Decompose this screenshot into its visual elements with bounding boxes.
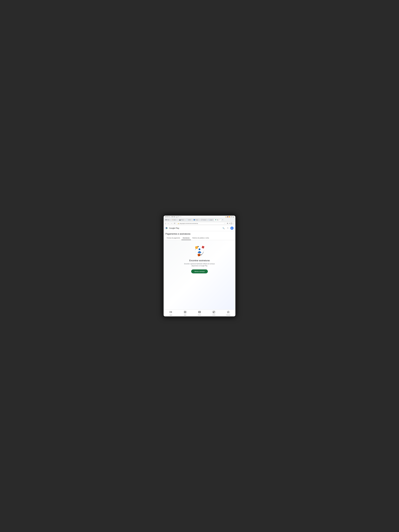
tab-google-icon: G (209, 219, 209, 221)
jogos-icon (169, 311, 172, 314)
download-button[interactable]: ⬇ (227, 223, 228, 224)
tab-pesqui[interactable]: 🔵 Pesqui... (192, 219, 200, 221)
bottom-nav-apps[interactable]: Apps (178, 310, 192, 317)
status-date: ter., 2 de mai. (169, 216, 176, 217)
tab-assinaturas[interactable]: Assinaturas (181, 236, 191, 240)
apps-label: Apps (184, 314, 186, 316)
apps-icon (184, 311, 186, 314)
tab-palato-label: Palato (167, 219, 170, 220)
battery-icon: ▬ (233, 216, 234, 217)
tab-exames-icon: 💬 (201, 219, 203, 221)
tab-exames-label: Exames (203, 219, 206, 220)
tab-scielo-label: SciELO (188, 219, 191, 220)
status-left: 09:59 ter., 2 de mai. ☁ ● ✓ • (165, 216, 181, 217)
svg-rect-15 (185, 311, 186, 312)
svg-point-8 (199, 248, 200, 250)
forward-button[interactable]: → (170, 222, 173, 225)
user-avatar[interactable]: E (230, 227, 234, 230)
filmes-icon (198, 311, 201, 314)
svg-rect-16 (184, 312, 185, 313)
tab-scielo-icon: 📄 (186, 219, 188, 221)
lock-url-icon: 🔒 (177, 223, 179, 224)
home-button[interactable]: ⌂ (165, 222, 166, 225)
bottom-nav-criancas[interactable]: Crianças (221, 310, 235, 317)
tab-casa[interactable]: ★ Casa L... (171, 219, 178, 221)
new-tab-button[interactable]: + (222, 219, 224, 221)
tab-goo-icon (215, 219, 216, 221)
cta-button[interactable]: Vamos começar (191, 269, 208, 273)
status-right: 🔒 🔇 📶 26% ▬ (225, 216, 234, 217)
google-play-logo-icon (165, 227, 168, 230)
criancas-label: Crianças (226, 314, 230, 316)
mute-icon: 🔇 (227, 216, 228, 217)
svg-text:📱: 📱 (198, 254, 200, 256)
status-time: 09:59 (165, 216, 168, 217)
livros-label: Livros (212, 314, 215, 316)
url-input[interactable]: 🔒 play.google.com/store/account/subscrip… (176, 222, 226, 225)
tab-scielo[interactable]: 📄 SciELO (185, 219, 192, 221)
url-text: play.google.com/store/account/subscrip (179, 223, 223, 224)
back-button[interactable]: ← (167, 222, 170, 225)
tablet-frame: 09:59 ter., 2 de mai. ☁ ● ✓ • 🔒 🔇 📶 26% … (163, 215, 236, 317)
star-icon: ☆ (224, 223, 225, 224)
jogos-label: Jogos (169, 314, 172, 316)
tab-historico-pedidos[interactable]: Histórico de pedidos e verba (191, 236, 210, 240)
tab-palato-icon: 🅿 (165, 219, 166, 221)
page-title-section: Pagamentos e assinaturas (164, 231, 235, 235)
livros-icon (213, 311, 215, 314)
filmes-label: Filmes (198, 314, 201, 316)
tab-casa-icon: ★ (172, 219, 173, 221)
page-title: Pagamentos e assinaturas (165, 233, 234, 235)
bottom-nav-jogos[interactable]: Jogos (164, 310, 178, 317)
tab-pharyn[interactable]: 📷 Pharyn (178, 219, 185, 221)
share-button[interactable]: ↗ (229, 223, 230, 224)
bottom-nav-filmes[interactable]: Filmes (192, 310, 207, 317)
svg-rect-27 (213, 312, 214, 313)
content-title: Encontrar assinaturas (189, 260, 210, 262)
svg-text:🎮: 🎮 (203, 247, 204, 248)
svg-rect-17 (185, 312, 186, 313)
tab-pharyn-label: Pharyn (181, 219, 184, 220)
svg-marker-28 (227, 311, 229, 313)
tab-google-label: google (210, 219, 213, 220)
tab-google[interactable]: G google (208, 219, 214, 221)
svg-point-13 (171, 312, 172, 312)
url-bar: ⌂ ← → ↺ 🔒 play.google.com/store/account/… (164, 222, 235, 225)
status-cloud-icon: ☁ (176, 216, 177, 217)
tab-pesqui-icon: 🔵 (194, 219, 195, 221)
main-content: ♪ 🎮 📱 (164, 240, 235, 310)
tab-pharyn-icon: 📷 (179, 219, 181, 221)
tabs-count-button[interactable]: 8 (231, 223, 232, 224)
battery-level: 26% (230, 216, 233, 217)
svg-marker-0 (215, 219, 216, 220)
nav-tabs: Formas de pagamento Assinaturas Históric… (164, 236, 235, 240)
screen: 09:59 ter., 2 de mai. ☁ ● ✓ • 🔒 🔇 📶 26% … (164, 215, 235, 317)
tab-pesqui-label: Pesqui... (195, 219, 199, 220)
menu-button[interactable]: ⋮ (233, 223, 234, 224)
tab-formas-pagamento[interactable]: Formas de pagamento (165, 236, 181, 240)
gp-header: Google Play 🔍 ? E (164, 225, 235, 231)
criancas-icon (227, 311, 230, 314)
refresh-button[interactable]: ↺ (173, 222, 176, 225)
page-content: Google Play 🔍 ? E Pagamentos e assinatur… (164, 225, 235, 310)
status-whatsapp-icon: ● (178, 216, 178, 217)
status-check-icon: ✓ (179, 216, 180, 217)
lock-icon: 🔒 (225, 216, 227, 217)
subscription-illustration: ♪ 🎮 📱 (193, 244, 206, 257)
status-bar: 09:59 ter., 2 de mai. ☁ ● ✓ • 🔒 🔇 📶 26% … (164, 215, 235, 218)
signal-icon: 📶 (229, 216, 230, 217)
status-dot: • (181, 216, 181, 217)
tab-goo-active[interactable]: Goo ✕ (214, 219, 221, 221)
svg-rect-14 (184, 311, 185, 312)
tab-casa-label: Casa L... (173, 219, 177, 220)
svg-text:♪: ♪ (196, 247, 197, 248)
search-button[interactable]: 🔍 (222, 227, 225, 230)
tab-close-icon[interactable]: ✕ (219, 219, 220, 221)
tab-goo-label: Goo (217, 219, 219, 220)
tabs-bar: 🅿 Palato ★ Casa L... 📷 Pharyn 📄 SciELO 🔵… (164, 218, 235, 222)
tab-palato[interactable]: 🅿 Palato (165, 219, 171, 221)
svg-rect-18 (198, 311, 201, 313)
help-button[interactable]: ? (226, 227, 229, 230)
bottom-nav-livros[interactable]: Livros (207, 310, 221, 317)
tab-exames[interactable]: 💬 Exames (200, 219, 207, 221)
